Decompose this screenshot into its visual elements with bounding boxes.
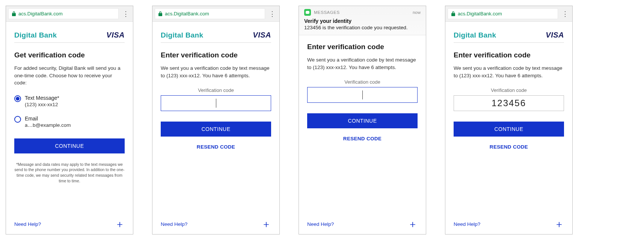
caret-icon: [362, 90, 363, 99]
url-text: acs.DigitalBank.com: [458, 11, 502, 17]
instruction-text: We sent you a verification code by text …: [454, 65, 564, 79]
instruction-text: For added security, Digital Bank will se…: [14, 65, 125, 87]
code-field-label: Verification code: [161, 87, 271, 93]
brand-row: Digital Bank VISA: [454, 31, 564, 43]
more-vert-icon[interactable]: ⋮: [267, 11, 277, 17]
radio-icon: [14, 116, 21, 123]
verification-code-input[interactable]: 123456: [454, 95, 564, 111]
expand-icon[interactable]: ＋: [115, 219, 125, 229]
visa-logo: VISA: [106, 31, 125, 39]
address-bar: acs.DigitalBank.com ⋮: [445, 6, 572, 22]
expand-icon[interactable]: ＋: [408, 219, 418, 229]
continue-button[interactable]: CONTINUE: [161, 122, 271, 137]
continue-button[interactable]: CONTINUE: [14, 138, 125, 153]
url-box[interactable]: acs.DigitalBank.com: [8, 8, 119, 19]
more-vert-icon[interactable]: ⋮: [121, 11, 131, 17]
verification-code-input[interactable]: [307, 87, 418, 103]
option-value: (123) xxx-xx12: [25, 102, 59, 107]
bank-logo: Digital Bank: [161, 31, 203, 39]
instruction-text: We sent you a verification code by text …: [307, 56, 418, 71]
screen-enter-code-notification: MESSAGES now Verify your identity 123456…: [299, 6, 426, 234]
address-bar: acs.DigitalBank.com ⋮: [152, 6, 279, 22]
address-bar: acs.DigitalBank.com ⋮: [6, 6, 133, 22]
continue-button[interactable]: CONTINUE: [454, 122, 564, 137]
notification-body: 123456 is the verification code you requ…: [304, 25, 421, 30]
expand-icon[interactable]: ＋: [261, 219, 271, 229]
caret-icon: [216, 99, 216, 108]
lock-icon: [451, 11, 455, 17]
url-box[interactable]: acs.DigitalBank.com: [448, 8, 558, 19]
screen-enter-code-empty: acs.DigitalBank.com ⋮ Digital Bank VISA …: [152, 6, 280, 234]
resend-link[interactable]: RESEND CODE: [454, 144, 564, 150]
help-link[interactable]: Need Help?: [14, 221, 41, 227]
more-vert-icon[interactable]: ⋮: [560, 11, 570, 17]
expand-icon[interactable]: ＋: [554, 219, 564, 229]
page-title: Enter verification code: [454, 51, 564, 59]
code-value: 123456: [492, 98, 526, 108]
messages-app-icon: [304, 9, 311, 16]
brand-row: Digital Bank VISA: [14, 31, 125, 43]
continue-button[interactable]: CONTINUE: [307, 113, 418, 128]
help-link[interactable]: Need Help?: [161, 221, 187, 227]
screen-enter-code-filled: acs.DigitalBank.com ⋮ Digital Bank VISA …: [445, 6, 573, 234]
fine-print: *Message and data rates may apply to the…: [14, 162, 125, 184]
verification-code-input[interactable]: [161, 95, 271, 111]
visa-logo: VISA: [253, 31, 271, 39]
option-email[interactable]: Email a…b@example.com: [14, 116, 125, 128]
instruction-text: We sent you a verification code by text …: [161, 65, 271, 79]
code-field-label: Verification code: [454, 87, 564, 93]
page-title: Enter verification code: [307, 43, 418, 51]
page-title: Enter verification code: [161, 51, 271, 59]
notification-time: now: [413, 10, 421, 15]
lock-icon: [12, 11, 16, 17]
help-link[interactable]: Need Help?: [307, 221, 334, 227]
option-value: a…b@example.com: [25, 122, 71, 128]
bank-logo: Digital Bank: [14, 31, 57, 39]
option-label: Email: [25, 116, 71, 122]
notification-app-name: MESSAGES: [314, 10, 340, 15]
screen-get-code: acs.DigitalBank.com ⋮ Digital Bank VISA …: [6, 6, 133, 234]
brand-row: Digital Bank VISA: [161, 31, 271, 43]
option-text-message[interactable]: Text Message* (123) xxx-xx12: [14, 95, 125, 107]
page-title: Get verification code: [14, 51, 125, 59]
resend-link[interactable]: RESEND CODE: [307, 136, 418, 141]
radio-icon: [14, 95, 21, 102]
url-text: acs.DigitalBank.com: [18, 11, 63, 17]
visa-logo: VISA: [546, 31, 564, 39]
lock-icon: [158, 11, 163, 17]
resend-link[interactable]: RESEND CODE: [161, 144, 271, 150]
option-label: Text Message*: [25, 95, 59, 101]
notification-title: Verify your identity: [304, 18, 421, 24]
code-field-label: Verification code: [307, 79, 418, 85]
bank-logo: Digital Bank: [454, 31, 496, 39]
sms-notification[interactable]: MESSAGES now Verify your identity 123456…: [299, 6, 426, 35]
url-box[interactable]: acs.DigitalBank.com: [155, 8, 265, 19]
help-link[interactable]: Need Help?: [454, 221, 480, 227]
url-text: acs.DigitalBank.com: [165, 11, 209, 17]
